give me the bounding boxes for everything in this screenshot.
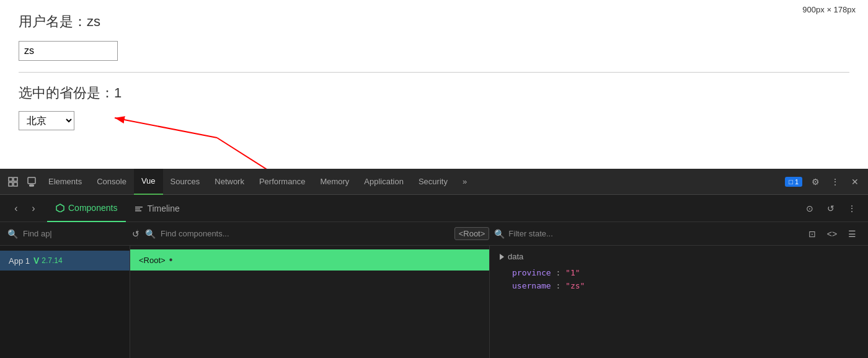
tab-vue[interactable]: Vue [134,169,163,195]
province-select[interactable]: 北京 [19,111,74,130]
data-panel: data province : "1" username : "zs" [490,246,868,358]
tab-performance[interactable]: Performance [252,169,312,195]
filter-state-input[interactable] [508,229,804,238]
devtools-topbar: Elements Console Vue Sources Network Per… [0,169,868,195]
back-button[interactable]: ‹ [7,200,25,217]
vue-toolbar: ‹ › Components Timeline ⊙ ↺ ⋮ [0,195,868,222]
forward-button[interactable]: › [25,200,42,217]
search-component-icon: 🔍 [145,229,156,239]
tab-network[interactable]: Network [207,169,252,195]
tab-application[interactable]: Application [356,169,411,195]
component-root-item[interactable]: <Root> • [130,249,489,271]
triangle-icon [500,254,504,260]
vue-logo: V [33,256,39,266]
search-left: 🔍 ↺ [7,229,138,239]
username-input[interactable] [19,41,118,61]
component-tag: <Root> [139,256,166,265]
root-tag-label: <Root> [454,227,490,240]
svg-rect-14 [135,210,141,212]
vue-more-icon[interactable]: ⋮ [843,200,861,217]
component-tree: <Root> • [130,246,490,358]
svg-rect-8 [14,182,17,186]
tab-console[interactable]: Console [89,169,134,195]
devtools-inspect-icon[interactable] [4,172,22,191]
search-api-icon: 🔍 [7,229,18,239]
screenshot-icon[interactable]: ⊡ [804,225,821,243]
inspect-element-icon[interactable]: ⊙ [801,200,818,217]
search-right: 🔍 [138,229,454,239]
svg-rect-6 [14,177,17,181]
refresh-icon[interactable]: ↺ [822,200,839,217]
close-devtools-icon[interactable]: ✕ [846,172,864,191]
tab-elements[interactable]: Elements [41,169,89,195]
filter-state-icon: 🔍 [494,229,505,239]
vue-toolbar-right: ⊙ ↺ ⋮ [801,200,861,217]
tab-memory[interactable]: Memory [312,169,356,195]
search-bar: 🔍 ↺ 🔍 <Root> 🔍 ⊡ <> ☰ [0,222,868,246]
data-section-title: data [500,252,858,261]
devtools-tabs: Elements Console Vue Sources Network Per… [41,169,785,195]
svg-rect-5 [9,177,12,181]
app-name: App 1 [9,256,30,266]
devtools-device-icon[interactable] [22,172,41,191]
settings-state-icon[interactable]: ☰ [843,225,861,243]
component-dot: • [169,254,173,266]
divider [19,72,849,73]
more-options-icon[interactable]: ⋮ [826,172,844,191]
svg-rect-9 [28,177,35,184]
code-icon[interactable]: <> [823,225,841,243]
tab-timeline[interactable]: Timeline [126,195,188,222]
data-row-province: province : "1" [500,266,858,279]
vue-main: App 1 V 2.7.14 <Root> • data province : … [0,246,868,358]
app-list: App 1 V 2.7.14 [0,246,130,358]
tab-security[interactable]: Security [411,169,455,195]
console-badge: □ 1 [785,177,802,187]
tab-components[interactable]: Components [47,195,126,222]
app-item[interactable]: App 1 V 2.7.14 [0,251,130,271]
devtools-right-icons: □ 1 ⚙ ⋮ ✕ [785,172,864,191]
svg-rect-7 [9,182,12,186]
search-right-icons: ⊡ <> ☰ [804,225,861,243]
devtools-panel: Elements Console Vue Sources Network Per… [0,169,868,358]
settings-icon[interactable]: ⚙ [806,172,825,191]
page-content: 用户名是：zs 选中的省份是：1 北京 [0,0,868,170]
province-label: 选中的省份是：1 [19,84,849,102]
svg-rect-13 [135,208,140,210]
vue-version: 2.7.14 [42,256,62,265]
tab-more[interactable]: » [455,169,474,195]
tab-sources[interactable]: Sources [163,169,208,195]
data-row-username: username : "zs" [500,279,858,292]
dimension-display: 900px × 178px [802,5,856,14]
svg-rect-12 [135,207,143,208]
find-components-input[interactable] [161,229,454,238]
find-api-input[interactable] [23,229,127,238]
username-label: 用户名是：zs [19,12,849,31]
